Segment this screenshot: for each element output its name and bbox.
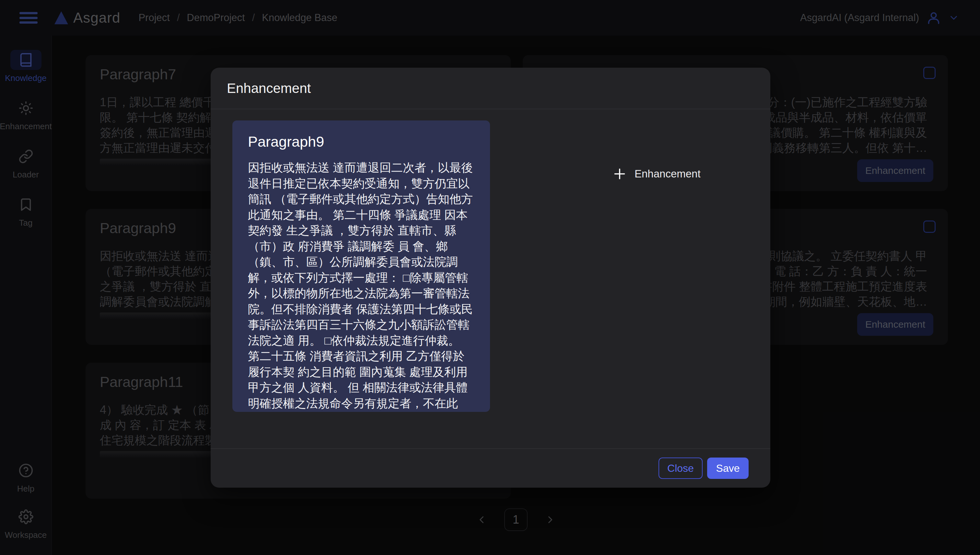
add-enhancement-label: Enhancement xyxy=(634,168,701,180)
save-button[interactable]: Save xyxy=(707,457,748,479)
modal-header: Enhancement xyxy=(211,68,770,109)
modal-footer: Close Save xyxy=(211,449,770,488)
plus-icon xyxy=(613,167,627,181)
add-enhancement-button[interactable]: Enhancement xyxy=(613,167,701,181)
enhancement-modal: Enhancement Paragraph9 因拒收或無法送 達而遭退回二次者，… xyxy=(211,68,770,488)
modal-paragraph-text: 因拒收或無法送 達而遭退回二次者，以最後退件日推定已依本契約受通知，雙方仍宜以簡… xyxy=(248,160,475,412)
modal-paragraph-card: Paragraph9 因拒收或無法送 達而遭退回二次者，以最後退件日推定已依本契… xyxy=(232,120,490,412)
modal-paragraph-title: Paragraph9 xyxy=(248,133,475,150)
close-button[interactable]: Close xyxy=(658,457,703,479)
app-root: Asgard Project / DemoProject / Knowledge… xyxy=(0,0,980,555)
modal-title: Enhancement xyxy=(227,81,311,96)
modal-body: Paragraph9 因拒收或無法送 達而遭退回二次者，以最後退件日推定已依本契… xyxy=(211,109,770,449)
